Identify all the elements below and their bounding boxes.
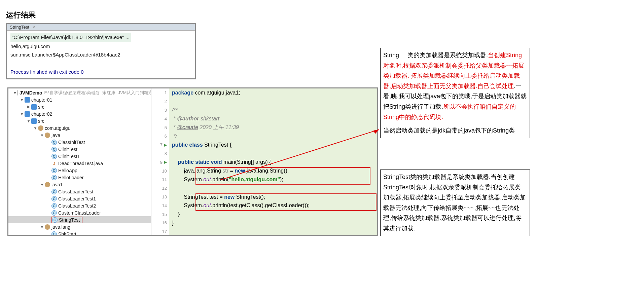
- line-number: 2: [151, 97, 169, 106]
- line-number: 17: [151, 227, 169, 236]
- tree-item[interactable]: CClassLoaderTest2: [8, 202, 151, 209]
- run-gutter-icon[interactable]: ▶: [164, 143, 167, 147]
- line-number: 9▶: [151, 158, 169, 166]
- console-panel: StringTest × "C:\Program Files\Java\jdk1…: [6, 23, 196, 79]
- code-line[interactable]: [169, 184, 377, 193]
- tree-item[interactable]: ▼java1: [8, 181, 151, 188]
- tree-item-label: chapter01: [31, 97, 52, 103]
- tree-item-label: ClinitTest: [58, 147, 77, 152]
- folder-icon: [31, 104, 37, 110]
- code-line[interactable]: * @author shkstart: [169, 114, 377, 123]
- tree-item[interactable]: DeadThreadTest.java: [8, 160, 151, 167]
- expand-arrow-icon[interactable]: ▼: [33, 126, 37, 130]
- cls-icon: C: [51, 231, 57, 235]
- code-line[interactable]: }: [169, 219, 377, 227]
- console-tab[interactable]: StringTest ×: [7, 24, 195, 31]
- console-tab-label: StringTest: [10, 25, 29, 30]
- cls-icon: C: [51, 168, 57, 173]
- tree-item[interactable]: CClassLoaderTest: [8, 188, 151, 195]
- tree-item[interactable]: ▼src: [8, 117, 151, 124]
- code-line[interactable]: /**: [169, 106, 377, 115]
- annotation-box-2: StringTest类的类加载器是系统类加载器.当创创建StringTest对象…: [380, 170, 530, 236]
- tree-item[interactable]: CClassInitTest: [8, 139, 151, 146]
- tree-item-label: DeadThreadTest.java: [58, 161, 103, 166]
- project-tree[interactable]: ▼JVMDemoF:\自学课程\底层课程\尚硅谷_宋红康_JVM从入门到精通\J…: [8, 88, 151, 235]
- tree-item-label: ClassLoaderTest2: [58, 203, 96, 209]
- tree-item[interactable]: ▼JVMDemoF:\自学课程\底层课程\尚硅谷_宋红康_JVM从入门到精通\J…: [8, 89, 151, 96]
- expand-arrow-icon[interactable]: ▼: [13, 91, 17, 95]
- line-number: 11: [151, 175, 169, 184]
- tree-item[interactable]: CShkStart: [8, 230, 151, 235]
- tree-item[interactable]: ▶src: [8, 103, 151, 110]
- console-cmd: "C:\Program Files\Java\jdk1.8.0_192\bin\…: [10, 33, 131, 42]
- ide-panel: ▼JVMDemoF:\自学课程\底层课程\尚硅谷_宋红康_JVM从入门到精通\J…: [7, 87, 378, 236]
- proj-icon: [17, 90, 18, 96]
- expand-arrow-icon[interactable]: ▼: [40, 133, 44, 137]
- tree-item[interactable]: ▼java: [8, 132, 151, 139]
- pkg-icon: [45, 224, 50, 230]
- line-number: 14: [151, 201, 169, 210]
- tree-item[interactable]: CClinitTest1: [8, 153, 151, 160]
- cls-icon: C: [51, 210, 57, 216]
- tree-item-label: src: [38, 118, 44, 124]
- code-line[interactable]: public class StringTest {: [169, 141, 377, 149]
- line-number: 5: [151, 123, 169, 132]
- console-exit: Process finished with exit code 0: [10, 68, 191, 76]
- expand-arrow-icon[interactable]: ▼: [20, 98, 24, 102]
- highlight-box-1: [195, 167, 370, 185]
- expand-arrow-icon[interactable]: ▶: [27, 105, 31, 109]
- cls-icon: C: [51, 175, 57, 180]
- tree-item[interactable]: CStringTest: [8, 216, 151, 223]
- tree-item[interactable]: ▼java.lang: [8, 223, 151, 230]
- tree-item[interactable]: ▼chapter02: [8, 110, 151, 117]
- tree-item[interactable]: ▼chapter01: [8, 96, 151, 103]
- tree-item[interactable]: ▼com.atguigu: [8, 124, 151, 132]
- line-number: 4: [151, 114, 169, 123]
- page-title: 运行结果: [6, 10, 36, 20]
- project-path: F:\自学课程\底层课程\尚硅谷_宋红康_JVM从入门到精通\JV: [44, 90, 151, 96]
- expand-arrow-icon[interactable]: ▼: [40, 225, 44, 229]
- annotation-box-1: String 类的类加载器是系统类加载器.当创建String对象时,根据双亲委派…: [380, 48, 530, 138]
- tree-item-label: StringTest: [59, 217, 80, 223]
- highlight-box-2: [195, 193, 377, 211]
- cls-icon: C: [51, 154, 57, 159]
- code-editor[interactable]: package com.atguigu.java1;/** * @author …: [169, 88, 377, 235]
- tree-item-label: ClassLoaderTest: [58, 189, 93, 194]
- tree-item[interactable]: CHelloLoader: [8, 174, 151, 181]
- line-number: 3: [151, 106, 169, 115]
- code-line[interactable]: package com.atguigu.java1;: [169, 88, 377, 97]
- expand-arrow-icon[interactable]: ▼: [40, 183, 44, 187]
- tree-item-label: java: [51, 133, 60, 138]
- cls-icon: C: [51, 189, 57, 194]
- tree-item[interactable]: CCustomClassLoader: [8, 209, 151, 216]
- line-number: 8: [151, 149, 169, 158]
- tree-item[interactable]: CClinitTest: [8, 146, 151, 153]
- code-line[interactable]: [169, 97, 377, 106]
- code-line[interactable]: public static void main(String[] args) {: [169, 158, 377, 166]
- line-number: 6: [151, 132, 169, 141]
- tree-item-label: CustomClassLoader: [58, 210, 101, 216]
- code-line[interactable]: [169, 227, 377, 236]
- tree-item-label: chapter02: [31, 111, 52, 117]
- tree-item-label: java.lang: [51, 224, 70, 230]
- folder-icon: [25, 97, 30, 103]
- tree-item-label: com.atguigu: [45, 125, 70, 131]
- line-number: 7▶: [151, 141, 169, 149]
- editor-gutter: 1234567▶89▶1011121314151617: [151, 88, 169, 235]
- run-gutter-icon[interactable]: ▶: [164, 160, 167, 164]
- cls-icon: C: [51, 196, 57, 201]
- line-number: 12: [151, 184, 169, 193]
- tree-item[interactable]: CClassLoaderTest1: [8, 195, 151, 202]
- code-line[interactable]: * @create 2020 上午 11:39: [169, 123, 377, 132]
- tree-item-label: HelloApp: [58, 168, 77, 173]
- tree-item[interactable]: CHelloApp: [8, 167, 151, 174]
- expand-arrow-icon[interactable]: ▼: [20, 112, 24, 116]
- close-icon[interactable]: ×: [32, 25, 35, 30]
- pkg-icon: [45, 133, 50, 138]
- code-line[interactable]: */: [169, 132, 377, 141]
- line-number: 10: [151, 166, 169, 175]
- expand-arrow-icon[interactable]: ▼: [27, 119, 31, 123]
- code-line[interactable]: [169, 149, 377, 158]
- folder-icon: [31, 118, 37, 124]
- code-line[interactable]: }: [169, 210, 377, 219]
